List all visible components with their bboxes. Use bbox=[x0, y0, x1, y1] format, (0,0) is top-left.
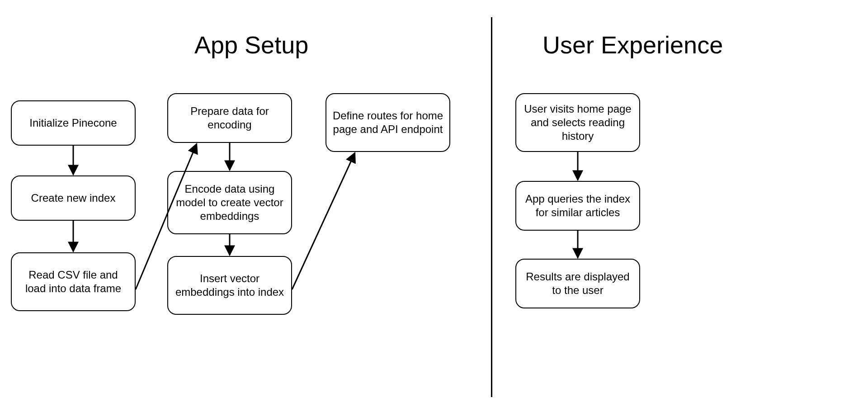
svg-line-5 bbox=[292, 153, 355, 289]
node-prepare-data: Prepare data for encoding bbox=[167, 93, 292, 143]
node-read-csv: Read CSV file and load into data frame bbox=[11, 252, 136, 311]
section-divider bbox=[491, 17, 492, 397]
node-insert-vectors: Insert vector embeddings into index bbox=[167, 256, 292, 315]
node-results-displayed: Results are displayed to the user bbox=[515, 259, 640, 308]
title-user-experience: User Experience bbox=[542, 31, 723, 59]
node-define-routes: Define routes for home page and API endp… bbox=[326, 93, 450, 152]
node-create-index: Create new index bbox=[11, 175, 136, 221]
node-user-visits: User visits home page and selects readin… bbox=[515, 93, 640, 152]
node-encode-data: Encode data using model to create vector… bbox=[167, 171, 292, 234]
node-initialize-pinecone: Initialize Pinecone bbox=[11, 100, 136, 146]
title-app-setup: App Setup bbox=[194, 31, 308, 59]
node-app-queries: App queries the index for similar articl… bbox=[515, 181, 640, 231]
